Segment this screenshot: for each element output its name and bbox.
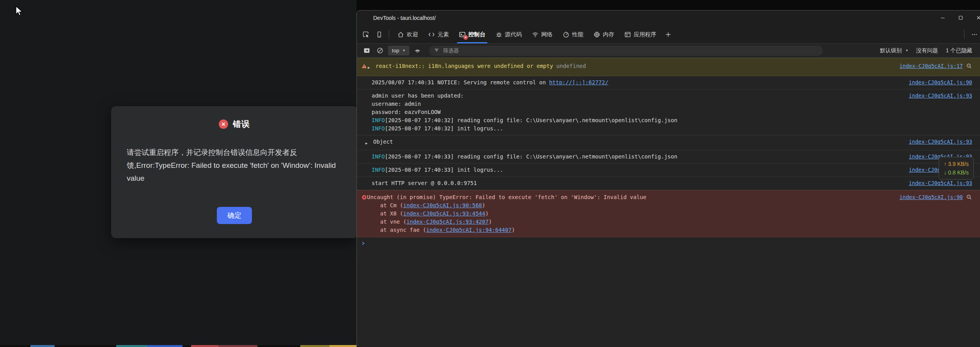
context-selector[interactable]: top ▼ [388,46,409,55]
source-link[interactable]: index-CJ0q5cAI.js:90 [899,193,963,201]
error-dialog: ✕ 错误 请尝试重启程序，并记录控制台错误信息向开发者反馈,Error:Type… [111,106,358,238]
console-message-log: ▶Objectindex-CJ0q5cAI.js:93 [357,135,980,150]
device-toolbar-button[interactable] [372,28,386,41]
issues-status[interactable]: 没有问题 [916,47,938,54]
source-link[interactable]: index-CJ0q5cAI.js:90 [909,78,972,87]
clear-console-icon [377,47,383,54]
console-text: at vne ( [367,219,406,225]
console-text: password: eazvFonLOOW [372,109,441,115]
tab-label: 欢迎 [407,31,418,38]
window-controls [934,11,980,25]
console-text: Uncaught (in promise) TypeError: Failed … [367,194,646,200]
tab-源代码[interactable]: 源代码 [491,25,527,43]
tab-性能[interactable]: 性能 [558,25,588,43]
error-dialog-title: 错误 [233,119,250,130]
console-link[interactable]: http://[::]:62772/ [549,79,608,85]
context-selector-label: top [392,48,399,53]
tab-应用程序[interactable]: 应用程序 [619,25,661,43]
console-link[interactable]: index-CJ0q5cAI.js:93:4544 [403,210,486,217]
console-icon: ✕ [459,31,466,38]
expand-arrow-icon[interactable]: ▶ [365,139,370,148]
warning-triangle-icon [360,62,367,69]
error-dialog-message: 请尝试重启程序，并记录控制台错误信息向开发者反馈,Error:TypeError… [127,146,342,185]
console-messages: ▶react-i18next:: i18n.languages were und… [357,58,980,237]
console-link[interactable]: index-CJ0q5cAI.js:90:568 [403,202,482,208]
close-button[interactable] [970,11,980,25]
devtools-tab-list: 欢迎元素✕控制台源代码网络性能内存应用程序 [392,25,661,43]
console-text: username: admin [372,101,421,107]
devtools-title: DevTools - tauri.localhost/ [373,15,436,21]
devtools-menu-button[interactable] [968,28,980,41]
console-message-log: admin user has been updated:username: ad… [357,89,980,135]
devtools-window: DevTools - tauri.localhost/ 欢迎元素✕控制台源代码网… [356,10,980,347]
source-link[interactable]: index-CJ0q5cAI.js:17 [899,62,963,70]
console-message-log: INFO[2025-08-07 17:40:33] init logrus...… [357,164,980,177]
console-message-log: 2025/08/07 17:40:31 NOTICE: Serving remo… [357,76,980,89]
error-circle-icon: ✕ [219,119,228,129]
log-level-selector[interactable]: 默认级别 ▼ [880,47,908,54]
console-text: start HTTP server @ 0.0.0.0:9751 [372,180,477,186]
maximize-icon [958,15,964,21]
tab-控制台[interactable]: ✕控制台 [454,25,491,43]
source-link[interactable]: index-CJ0q5cAI.js:93 [909,92,972,100]
chevron-down-icon: ▼ [905,49,908,52]
console-error-badge: ✕ [463,35,468,40]
console-sidebar-button[interactable] [360,44,373,57]
devtools-logo-icon [362,14,369,21]
inspect-icon [363,31,369,38]
devtools-title-bar: DevTools - tauri.localhost/ [357,11,980,25]
console-text: INFO [372,153,385,160]
search-icon[interactable] [966,194,972,200]
console-text: INFO [372,167,385,173]
tab-label: 元素 [438,31,449,38]
app-window: ✕ 错误 请尝试重启程序，并记录控制台错误信息向开发者反馈,Error:Type… [0,0,356,347]
memory-icon [594,31,600,38]
filter-funnel-icon [434,47,440,54]
live-expression-icon [414,47,421,54]
inspect-element-button[interactable] [359,28,372,41]
upload-arrow-icon: ↑ [944,161,948,167]
tab-网络[interactable]: 网络 [527,25,558,43]
more-tabs-button[interactable] [661,28,675,41]
maximize-button[interactable] [952,11,970,25]
live-expression-button[interactable] [411,44,424,57]
download-arrow-icon: ↓ [944,169,948,176]
console-message-error: Uncaught (in promise) TypeError: Failed … [357,190,980,237]
confirm-button[interactable]: 确定 [217,207,252,224]
search-icon[interactable] [966,63,972,69]
console-text: [2025-08-07 17:40:32] reading config fil… [385,117,677,123]
source-link[interactable]: index-CJ0q5cAI.js:93 [909,179,972,187]
mouse-cursor [15,5,24,20]
minimize-icon [940,15,946,21]
divider [389,30,389,39]
tab-label: 应用程序 [634,31,656,38]
console-text: ) [485,210,488,217]
plus-icon [665,31,672,38]
performance-icon [563,31,569,38]
console-filter-box [429,46,823,56]
console-text: [2025-08-07 17:40:33] init logrus... [385,167,503,173]
devtools-tab-bar: 欢迎元素✕控制台源代码网络性能内存应用程序 [357,25,980,43]
expand-arrow-icon[interactable]: ▶ [368,64,372,72]
upload-speed: 3.9 KB/s [948,161,969,167]
console-text: undefined [556,63,586,69]
taskbar-strip [0,345,356,347]
tab-label: 源代码 [505,31,522,38]
console-message-log: start HTTP server @ 0.0.0.0:9751index-CJ… [357,177,980,190]
source-link[interactable]: index-CJ0q5cAI.js:93 [909,138,972,146]
error-circle-icon [360,193,367,200]
download-speed: 0.8 KB/s [948,169,969,176]
tab-欢迎[interactable]: 欢迎 [392,25,423,43]
console-text: 2025/08/07 17:40:31 NOTICE: Serving remo… [372,79,549,85]
tab-元素[interactable]: 元素 [423,25,454,43]
filter-input[interactable] [443,48,818,53]
minimize-button[interactable] [934,11,952,25]
close-icon [976,15,980,21]
console-link[interactable]: index-CJ0q5cAI.js:94:64407 [426,227,512,233]
clear-console-button[interactable] [373,44,386,57]
hidden-messages-count[interactable]: 1 个已隐藏 [946,47,972,54]
tab-内存[interactable]: 内存 [588,25,619,43]
console-prompt[interactable] [357,237,980,251]
tab-label: 内存 [603,31,614,38]
console-link[interactable]: index-CJ0q5cAI.js:93:4207 [406,219,489,225]
